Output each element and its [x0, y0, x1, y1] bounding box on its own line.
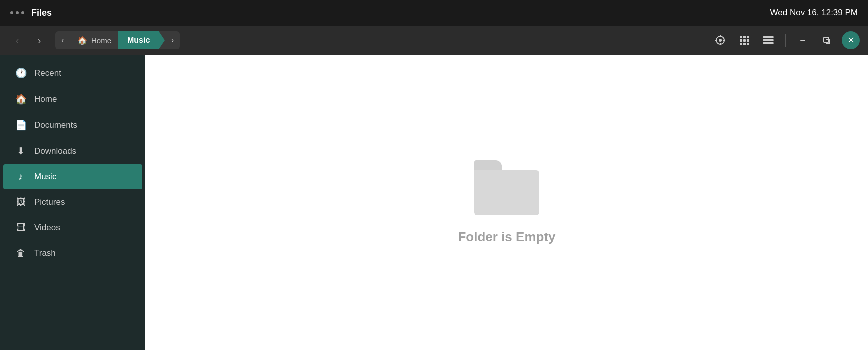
sidebar-item-music[interactable]: ♪Music: [3, 164, 142, 190]
svg-rect-14: [747, 43, 749, 46]
folder-body: [474, 170, 539, 216]
home-label: Home: [34, 94, 57, 104]
svg-rect-15: [763, 36, 774, 38]
minimize-icon: −: [800, 35, 806, 46]
trash-label: Trash: [34, 248, 56, 258]
breadcrumb-active[interactable]: Music: [118, 32, 159, 50]
datetime-display: Wed Nov 16, 12:39 PM: [770, 8, 858, 18]
sidebar-item-recent[interactable]: 🕐Recent: [3, 60, 142, 86]
close-icon: ✕: [847, 35, 855, 46]
home-icon: 🏠: [15, 94, 26, 105]
recent-icon: 🕐: [15, 68, 26, 79]
sidebar-item-videos[interactable]: 🎞Videos: [3, 216, 142, 240]
dot-1: [10, 12, 13, 14]
breadcrumb-forward-button[interactable]: ›: [165, 32, 180, 50]
breadcrumb-active-label: Music: [127, 36, 150, 45]
sidebar-item-home[interactable]: 🏠Home: [3, 86, 142, 112]
dot-3: [21, 12, 24, 14]
home-icon: 🏠: [77, 36, 87, 46]
locate-button[interactable]: [711, 32, 729, 50]
pictures-label: Pictures: [34, 198, 65, 208]
svg-rect-16: [763, 40, 774, 41]
title-bar: Files Wed Nov 16, 12:39 PM: [0, 0, 868, 26]
downloads-icon: ⬇: [15, 146, 26, 157]
minimize-button[interactable]: −: [794, 32, 812, 50]
list-view-button[interactable]: [759, 32, 777, 50]
back-button[interactable]: ‹: [8, 32, 26, 50]
videos-label: Videos: [34, 223, 60, 233]
title-bar-left: Files: [10, 8, 52, 18]
svg-rect-6: [740, 36, 742, 38]
breadcrumb-home-label: Home: [91, 36, 111, 45]
svg-rect-10: [743, 40, 746, 42]
grid-icon: [739, 36, 749, 46]
folder-tab: [474, 160, 502, 172]
breadcrumb-home[interactable]: 🏠 Home: [70, 32, 118, 50]
toolbar-divider: [785, 34, 786, 47]
toolbar: ‹ › ‹ 🏠 Home Music ›: [0, 26, 868, 55]
title-bar-dots: [10, 12, 24, 14]
close-button[interactable]: ✕: [842, 32, 860, 50]
app-title: Files: [31, 8, 52, 18]
trash-icon: 🗑: [15, 248, 26, 259]
file-content-area: Folder is Empty: [145, 55, 868, 350]
sidebar-item-downloads[interactable]: ⬇Downloads: [3, 138, 142, 164]
empty-folder-illustration: [474, 160, 539, 216]
svg-rect-7: [743, 36, 746, 38]
breadcrumb-back-button[interactable]: ‹: [55, 32, 70, 50]
downloads-label: Downloads: [34, 146, 76, 156]
list-icon: [763, 36, 774, 44]
toolbar-actions: − ✕: [711, 32, 860, 50]
videos-icon: 🎞: [15, 222, 26, 234]
music-label: Music: [34, 172, 56, 182]
svg-rect-12: [740, 43, 742, 46]
grid-view-button[interactable]: [735, 32, 753, 50]
locate-icon: [715, 35, 726, 46]
restore-icon: [823, 36, 831, 44]
svg-rect-17: [763, 42, 774, 44]
restore-button[interactable]: [818, 32, 836, 50]
breadcrumb-bar: ‹ 🏠 Home Music ›: [55, 32, 180, 50]
svg-rect-8: [747, 36, 749, 38]
sidebar-item-documents[interactable]: 📄Documents: [3, 112, 142, 138]
svg-rect-13: [743, 43, 746, 46]
svg-rect-11: [747, 40, 749, 42]
svg-point-5: [719, 39, 722, 42]
recent-label: Recent: [34, 68, 61, 78]
documents-icon: 📄: [15, 120, 26, 131]
sidebar: 🕐Recent🏠Home📄Documents⬇Downloads♪Music🖼P…: [0, 55, 145, 350]
dot-2: [16, 12, 19, 14]
breadcrumb-separator: [159, 32, 165, 50]
music-icon: ♪: [15, 172, 26, 182]
svg-rect-9: [740, 40, 742, 42]
documents-label: Documents: [34, 120, 77, 130]
main-area: 🕐Recent🏠Home📄Documents⬇Downloads♪Music🖼P…: [0, 55, 868, 350]
sidebar-item-pictures[interactable]: 🖼Pictures: [3, 190, 142, 215]
empty-folder-message: Folder is Empty: [458, 230, 555, 245]
sidebar-item-trash[interactable]: 🗑Trash: [3, 241, 142, 266]
pictures-icon: 🖼: [15, 197, 26, 208]
forward-button[interactable]: ›: [30, 32, 48, 50]
